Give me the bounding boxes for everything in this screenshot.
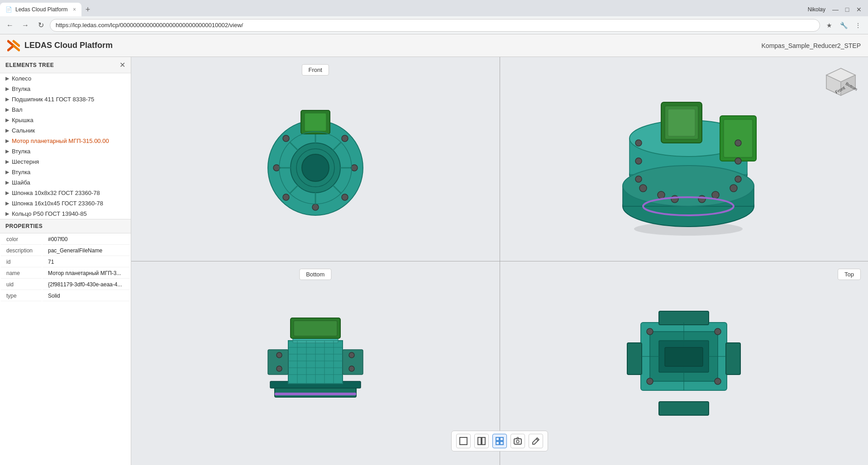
tree-item-label-9: Втулка — [12, 169, 30, 176]
svg-rect-97 — [478, 437, 481, 445]
layout-split-button[interactable] — [474, 434, 489, 448]
svg-point-19 — [283, 135, 289, 142]
tree-item-2[interactable]: ▶Подшипник 411 ГОСТ 8338-75 — [0, 94, 131, 104]
svg-rect-70 — [275, 393, 356, 395]
maximize-button[interactable]: □ — [842, 4, 853, 15]
tree-item-label-10: Шайба — [12, 179, 30, 186]
tree-item-label-11: Шпонка 10х8х32 ГОСТ 23360-78 — [12, 190, 100, 196]
prop-val-0: #007f00 — [43, 234, 130, 245]
properties-header: PROPERTIES — [0, 219, 131, 233]
tree-arrow-6: ▶ — [5, 138, 9, 144]
elements-tree-header: ELEMENTS TREE ✕ — [0, 57, 131, 73]
property-row-1: descriptionpac_GeneralFileName — [1, 246, 130, 256]
viewport-bottom[interactable]: Bottom — [131, 261, 500, 465]
new-tab-button[interactable]: + — [81, 3, 94, 16]
nav-cube[interactable]: Front Bottom — [823, 66, 859, 102]
prop-val-2: 71 — [43, 257, 130, 267]
bookmark-button[interactable]: ★ — [823, 19, 835, 32]
forward-button[interactable]: → — [19, 19, 32, 32]
tree-item-label-7: Втулка — [12, 148, 30, 155]
svg-point-53 — [735, 140, 741, 146]
refresh-button[interactable]: ↻ — [34, 19, 47, 32]
viewport-3d[interactable]: Front Bottom — [500, 57, 868, 261]
svg-point-42 — [712, 191, 719, 199]
prop-key-3: name — [1, 268, 42, 279]
prop-key-2: id — [1, 257, 42, 267]
prop-val-3: Мотор планетарный МГП-3... — [43, 268, 130, 279]
tree-arrow-10: ▶ — [5, 180, 9, 185]
tree-item-10[interactable]: ▶Шайба — [0, 177, 131, 188]
browser-user-label: Nikolay — [808, 6, 825, 13]
bottom-view-model — [266, 304, 365, 422]
app-header: LEDAS Cloud Platform Kompas_Sample_Reduc… — [0, 34, 868, 57]
tree-item-5[interactable]: ▶Сальник — [0, 125, 131, 136]
prop-val-5: Solid — [43, 291, 130, 301]
tree-item-0[interactable]: ▶Колесо — [0, 73, 131, 84]
app-filename: Kompas_Sample_Reducer2_STEP — [762, 42, 861, 49]
tree-item-label-3: Вал — [12, 106, 23, 113]
tree-item-label-13: Кольцо Р50 ГОСТ 13940-85 — [12, 210, 87, 217]
prop-key-5: type — [1, 291, 42, 301]
tab-close-button[interactable]: × — [73, 6, 76, 13]
tree-arrow-9: ▶ — [5, 169, 9, 175]
tree-item-11[interactable]: ▶Шпонка 10х8х32 ГОСТ 23360-78 — [0, 188, 131, 198]
svg-point-69 — [349, 366, 354, 371]
svg-rect-95 — [665, 347, 703, 366]
prop-val-4: {2f981179-3df0-430e-aeaa-4... — [43, 280, 130, 290]
svg-point-56 — [635, 176, 642, 182]
viewport-area: Front — [131, 57, 868, 465]
menu-button[interactable]: ⋮ — [852, 19, 864, 32]
svg-point-40 — [639, 185, 647, 192]
address-bar[interactable] — [50, 19, 820, 32]
svg-point-54 — [635, 158, 642, 164]
layout-quad-button[interactable] — [492, 434, 507, 448]
viewport-top[interactable]: Top — [500, 261, 868, 465]
svg-point-44 — [671, 195, 678, 203]
extensions-button[interactable]: 🔧 — [837, 19, 850, 32]
svg-point-22 — [342, 194, 348, 200]
tree-item-label-1: Втулка — [12, 85, 30, 92]
svg-point-66 — [277, 352, 282, 358]
prop-key-0: color — [1, 234, 42, 245]
tree-item-4[interactable]: ▶Крышка — [0, 115, 131, 125]
back-button[interactable]: ← — [4, 19, 16, 32]
viewport-front[interactable]: Front — [131, 57, 500, 261]
tree-item-1[interactable]: ▶Втулка — [0, 84, 131, 94]
svg-point-43 — [730, 185, 737, 192]
app-title: LEDAS Cloud Platform — [24, 41, 113, 50]
svg-point-55 — [735, 158, 741, 164]
property-row-4: uid{2f981179-3df0-430e-aeaa-4... — [1, 280, 130, 290]
tree-item-label-4: Крышка — [12, 117, 33, 123]
tree-item-13[interactable]: ▶Кольцо Р50 ГОСТ 13940-85 — [0, 209, 131, 219]
svg-rect-48 — [668, 109, 695, 136]
tree-arrow-8: ▶ — [5, 159, 9, 165]
layout-single-button[interactable] — [456, 434, 471, 448]
svg-rect-86 — [659, 402, 709, 415]
minimize-button[interactable]: — — [830, 4, 841, 15]
svg-rect-88 — [726, 343, 740, 375]
active-tab[interactable]: 📄 Ledas Cloud Platform × — [0, 3, 81, 16]
svg-rect-24 — [305, 113, 326, 131]
viewport-toolbar — [451, 431, 548, 451]
elements-tree-close-button[interactable]: ✕ — [119, 61, 125, 69]
svg-rect-102 — [500, 441, 503, 445]
prop-key-1: description — [1, 246, 42, 256]
tree-item-12[interactable]: ▶Шпонка 16х10х45 ГОСТ 23360-78 — [0, 198, 131, 209]
tree-arrow-3: ▶ — [5, 107, 9, 113]
svg-point-68 — [349, 352, 354, 358]
tree-item-3[interactable]: ▶Вал — [0, 104, 131, 115]
svg-rect-99 — [496, 437, 499, 441]
tree-item-6[interactable]: ▶Мотор планетарный МГП-315.00.00 — [0, 136, 131, 146]
tree-arrow-1: ▶ — [5, 86, 9, 92]
close-window-button[interactable]: ✕ — [854, 4, 864, 15]
tree-item-7[interactable]: ▶Втулка — [0, 146, 131, 157]
tree-item-9[interactable]: ▶Втулка — [0, 167, 131, 177]
tree-item-8[interactable]: ▶Шестерня — [0, 157, 131, 167]
svg-rect-96 — [460, 437, 467, 445]
svg-point-57 — [735, 176, 741, 182]
edit-button[interactable] — [529, 434, 543, 448]
tree-arrow-0: ▶ — [5, 76, 9, 81]
svg-point-91 — [647, 378, 653, 384]
camera-button[interactable] — [510, 434, 525, 448]
prop-val-1: pac_GeneralFileName — [43, 246, 130, 256]
